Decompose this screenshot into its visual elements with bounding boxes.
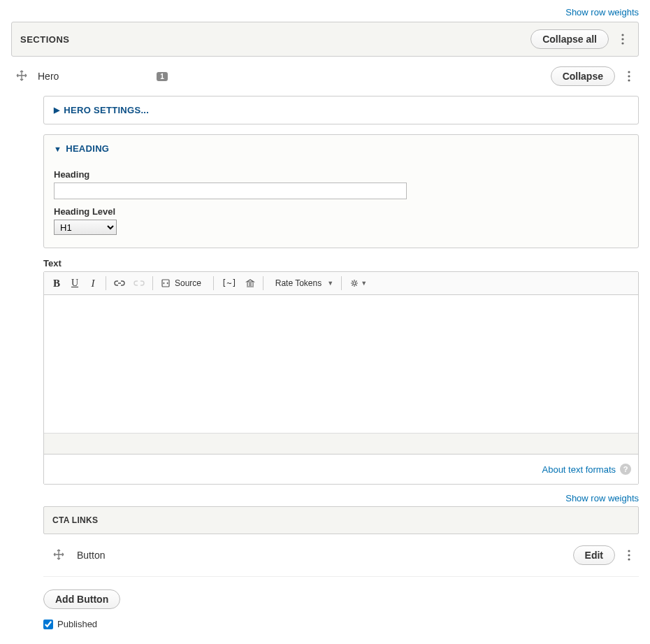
editor-content-area[interactable]: [44, 295, 638, 434]
token-button[interactable]: [~]: [218, 275, 240, 292]
source-label: Source: [171, 278, 205, 288]
svg-point-0: [621, 34, 623, 36]
svg-point-8: [628, 550, 630, 552]
cta-button-label: Button: [77, 550, 105, 561]
caret-down-icon: ▼: [361, 280, 367, 287]
cta-actions-icon[interactable]: [622, 550, 636, 561]
published-label: Published: [57, 619, 97, 629]
hero-actions-icon[interactable]: [622, 71, 636, 82]
toolbar-separator: [106, 276, 106, 290]
bold-button[interactable]: B: [48, 275, 65, 292]
published-checkbox[interactable]: [43, 620, 53, 629]
heading-toggle[interactable]: ▼ HEADING: [44, 135, 638, 162]
settings-button[interactable]: ▼: [346, 275, 370, 292]
heading-level-label: Heading Level: [54, 206, 628, 217]
hero-item-row: Hero 1 Collapse: [11, 57, 639, 96]
rate-tokens-label: Rate Tokens: [271, 278, 326, 288]
cta-button-row: Button Edit: [43, 534, 639, 577]
triangle-right-icon: ▶: [54, 106, 59, 115]
collapse-button[interactable]: Collapse: [551, 66, 615, 86]
drag-handle-icon[interactable]: [46, 549, 71, 562]
source-button[interactable]: Source: [157, 275, 209, 292]
svg-point-5: [628, 79, 630, 81]
heading-panel: ▼ HEADING Heading Heading Level H1: [43, 134, 639, 248]
collapse-all-button[interactable]: Collapse all: [530, 29, 609, 49]
hero-count-badge: 1: [157, 72, 168, 81]
help-icon[interactable]: ?: [620, 464, 631, 475]
show-row-weights-link[interactable]: Show row weights: [565, 7, 639, 17]
toolbar-separator: [341, 276, 342, 290]
hero-label: Hero: [38, 71, 59, 82]
svg-point-4: [628, 75, 630, 77]
underline-button[interactable]: U: [66, 275, 83, 292]
link-button[interactable]: [110, 275, 129, 292]
cta-show-row-weights-link[interactable]: Show row weights: [565, 493, 639, 503]
editor-status-bar: [44, 434, 638, 455]
svg-point-1: [621, 38, 623, 40]
toolbar-separator: [213, 276, 214, 290]
heading-panel-title: HEADING: [66, 143, 109, 154]
edit-button[interactable]: Edit: [573, 545, 615, 565]
rich-text-editor: B U I Source [~] Rate Tokens ▼: [43, 271, 639, 485]
sections-header: SECTIONS Collapse all: [11, 22, 639, 57]
hero-settings-title: HERO SETTINGS...: [64, 105, 149, 115]
heading-field-label: Heading: [54, 169, 628, 180]
heading-input[interactable]: [54, 183, 407, 199]
editor-toolbar: B U I Source [~] Rate Tokens ▼: [44, 272, 638, 295]
sections-title: SECTIONS: [20, 34, 530, 45]
cta-links-header: CTA LINKS: [43, 506, 639, 534]
drag-handle-icon[interactable]: [11, 70, 32, 83]
caret-down-icon: ▼: [327, 280, 333, 287]
hero-settings-panel: ▶ HERO SETTINGS...: [43, 96, 639, 124]
svg-point-7: [353, 282, 356, 285]
rate-tokens-button[interactable]: Rate Tokens ▼: [268, 275, 337, 292]
published-row: Published: [43, 619, 639, 629]
svg-point-9: [628, 554, 630, 556]
italic-button[interactable]: I: [85, 275, 101, 292]
editor-format-help: About text formats ?: [44, 455, 638, 484]
institution-icon-button[interactable]: [242, 275, 259, 292]
heading-level-select[interactable]: H1: [54, 220, 117, 235]
add-button-button[interactable]: Add Button: [43, 589, 120, 609]
svg-point-3: [628, 71, 630, 73]
triangle-down-icon: ▼: [54, 145, 62, 153]
unlink-button: [130, 275, 148, 292]
text-field-label: Text: [43, 258, 639, 269]
toolbar-separator: [152, 276, 153, 290]
sections-actions-icon[interactable]: [616, 34, 630, 45]
about-text-formats-link[interactable]: About text formats: [542, 464, 616, 475]
hero-settings-toggle[interactable]: ▶ HERO SETTINGS...: [44, 96, 638, 124]
toolbar-separator: [263, 276, 263, 290]
svg-point-10: [628, 558, 630, 560]
svg-point-2: [621, 42, 623, 44]
